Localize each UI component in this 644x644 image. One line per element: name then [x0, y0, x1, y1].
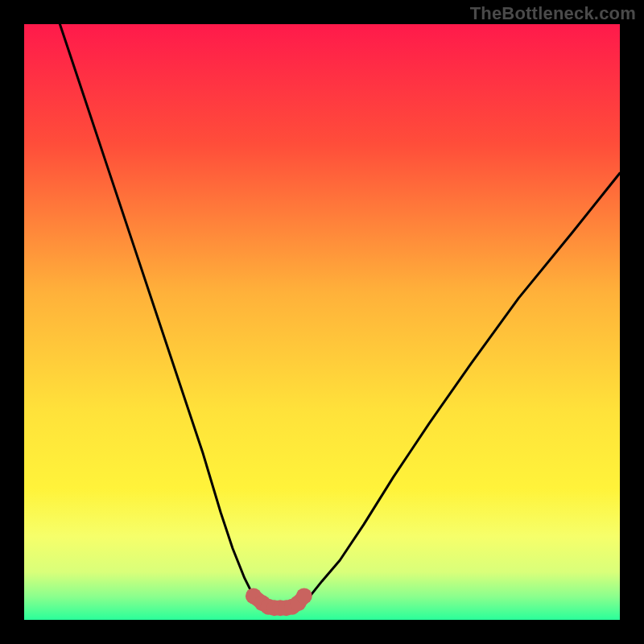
chart-svg [24, 24, 620, 620]
gradient-background [24, 24, 620, 620]
chart-plot [24, 24, 620, 620]
chart-frame: TheBottleneck.com [0, 0, 644, 644]
watermark-text: TheBottleneck.com [470, 3, 636, 24]
optimal-marker-dot [296, 588, 312, 604]
